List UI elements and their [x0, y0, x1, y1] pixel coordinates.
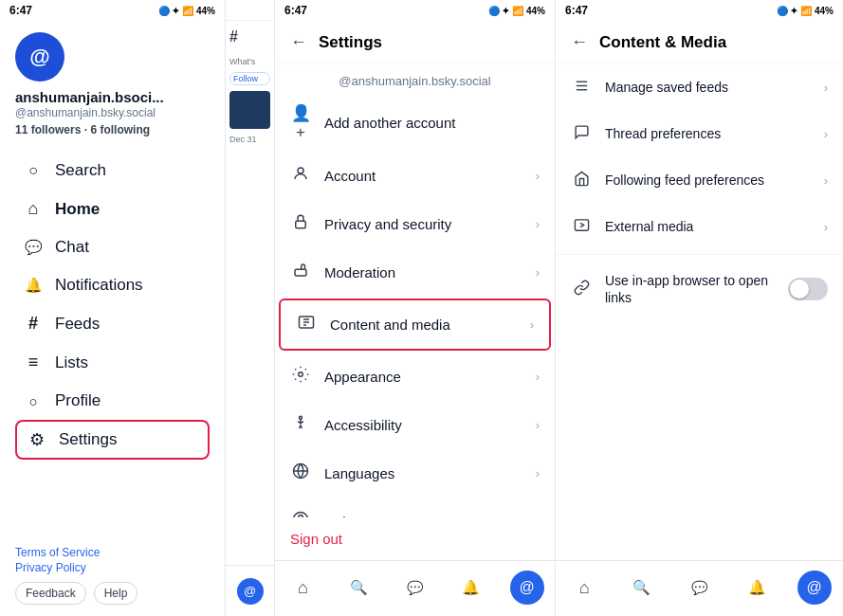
bottom-profile[interactable]: @ [510, 571, 544, 605]
privacy-icon [290, 213, 311, 235]
left-panel: 6:47 🔵 ✦ 📶 44% @ anshumanjain.bsoci... @… [0, 0, 226, 616]
sidebar-item-home[interactable]: ⌂ Home [15, 190, 210, 228]
sidebar-item-notifications[interactable]: 🔔 Notifications [15, 266, 210, 304]
settings-languages-item[interactable]: Languages › [275, 449, 555, 498]
content-bottom-profile[interactable]: @ [797, 571, 832, 605]
privacy-label: Privacy and security [324, 216, 522, 232]
feed-profile-btn[interactable]: @ [237, 578, 264, 605]
settings-accessibility-item[interactable]: Accessibility › [275, 401, 555, 449]
content-list: Manage saved feeds › Thread preferences … [556, 64, 843, 313]
in-app-browser-toggle[interactable] [788, 278, 828, 300]
in-app-browser-knob [790, 280, 809, 299]
feedback-row: Feedback Help [15, 582, 210, 605]
saved-feeds-label: Manage saved feeds [605, 79, 811, 96]
content-bottom-chat[interactable]: 💬 [682, 571, 716, 605]
thread-prefs-chevron: › [824, 127, 828, 141]
feed-hashtag-icon: # [229, 28, 238, 45]
username-main: anshumanjain.bsoci... [15, 89, 210, 105]
content-label: Content and media [330, 317, 517, 333]
content-header: ← Content & Media [556, 21, 843, 64]
following-feed-chevron: › [824, 173, 828, 188]
settings-content-item[interactable]: Content and media › [279, 299, 551, 351]
status-bar-mid: 6:47 🔵 ✦ 📶 44% [275, 0, 555, 21]
sidebar-item-search[interactable]: ○ Search [15, 152, 210, 190]
nav-label-profile: Profile [55, 391, 101, 410]
settings-handle: @anshumanjain.bsky.social [275, 64, 555, 94]
content-bottom-search[interactable]: 🔍 [625, 571, 659, 605]
nav-label-notifications: Notifications [55, 276, 143, 295]
chat-icon: 💬 [23, 239, 44, 256]
lists-icon: ≡ [23, 353, 44, 372]
sidebar-item-profile[interactable]: ○ Profile [15, 382, 210, 420]
terms-link[interactable]: Terms of Service [15, 546, 210, 559]
settings-list: Account › Privacy and security › Moderat… [275, 152, 555, 517]
username-handle: @anshumanjain.bsky.social [15, 106, 210, 119]
content-title: Content & Media [599, 33, 726, 52]
nav-label-settings: Settings [59, 430, 117, 449]
content-bottom-home[interactable]: ⌂ [567, 571, 601, 605]
settings-account-item[interactable]: Account › [275, 152, 555, 200]
settings-help-item[interactable]: Help › [275, 498, 555, 517]
svg-point-6 [299, 372, 303, 377]
thread-prefs-icon [571, 124, 592, 144]
status-icons-left: 🔵 ✦ 📶 44% [158, 6, 215, 16]
content-back-button[interactable]: ← [571, 32, 588, 52]
feedback-button[interactable]: Feedback [15, 582, 86, 605]
settings-header: ← Settings [275, 21, 555, 64]
account-label: Account [324, 168, 522, 184]
footer-links: Terms of Service Privacy Policy Feedback… [0, 534, 225, 616]
account-chevron: › [536, 169, 540, 183]
bottom-home[interactable]: ⌂ [286, 571, 321, 605]
nav-list: ○ Search ⌂ Home 💬 Chat 🔔 Notifications #… [15, 152, 210, 460]
settings-appearance-item[interactable]: Appearance › [275, 353, 555, 401]
svg-rect-1 [296, 221, 306, 228]
settings-moderation-item[interactable]: Moderation › [275, 248, 555, 297]
bottom-notifications[interactable]: 🔔 [454, 571, 488, 605]
feed-text-1: What's [229, 57, 270, 66]
feed-text-2: Dec 31 [229, 135, 270, 144]
appearance-label: Appearance [324, 369, 522, 385]
moderation-chevron: › [536, 265, 540, 280]
languages-icon [290, 462, 311, 484]
languages-chevron: › [536, 466, 540, 480]
external-media-item[interactable]: External media › [556, 204, 843, 250]
sidebar-item-lists[interactable]: ≡ Lists [15, 343, 210, 382]
privacy-link[interactable]: Privacy Policy [15, 561, 210, 574]
accessibility-chevron: › [536, 418, 540, 432]
bottom-chat[interactable]: 💬 [398, 571, 432, 605]
following-label: following [100, 123, 150, 136]
add-account-label: Add another account [324, 115, 540, 131]
help-icon [290, 511, 311, 517]
thread-prefs-label: Thread preferences [605, 125, 811, 142]
following-feed-item[interactable]: Following feed preferences › [556, 157, 843, 204]
feeds-icon: # [23, 314, 44, 334]
bottom-search[interactable]: 🔍 [342, 571, 376, 605]
settings-privacy-item[interactable]: Privacy and security › [275, 200, 555, 248]
search-icon: ○ [23, 162, 44, 179]
settings-title: Settings [319, 33, 382, 52]
time-right: 6:47 [565, 4, 588, 17]
sidebar-item-settings[interactable]: ⚙ Settings [15, 420, 210, 460]
content-bottom-notifications[interactable]: 🔔 [740, 571, 774, 605]
help-footer-button[interactable]: Help [94, 582, 138, 605]
divider-1 [556, 254, 843, 255]
sidebar-item-feeds[interactable]: # Feeds [15, 304, 210, 343]
in-app-browser-label: Use in-app browser to open links [605, 272, 775, 306]
status-icons-mid: 🔵 ✦ 📶 44% [488, 6, 545, 16]
nav-label-lists: Lists [55, 353, 88, 372]
svg-rect-17 [575, 220, 588, 230]
saved-feeds-item[interactable]: Manage saved feeds › [556, 64, 843, 111]
accessibility-icon [290, 414, 311, 436]
moderation-icon [290, 262, 311, 283]
thread-prefs-item[interactable]: Thread preferences › [556, 111, 843, 157]
add-account-item[interactable]: 👤+ Add another account [275, 94, 555, 152]
sidebar-item-chat[interactable]: 💬 Chat [15, 228, 210, 266]
follow-button[interactable]: Follow [229, 72, 270, 85]
settings-back-button[interactable]: ← [290, 32, 307, 52]
svg-point-0 [298, 168, 303, 173]
content-bottom-nav: ⌂ 🔍 💬 🔔 @ [556, 560, 843, 616]
sign-out-button[interactable]: Sign out [275, 517, 555, 560]
content-media-panel: 6:47 🔵 ✦ 📶 44% ← Content & Media Manage … [556, 0, 843, 616]
in-app-browser-icon [571, 280, 592, 299]
appearance-icon [290, 366, 311, 388]
